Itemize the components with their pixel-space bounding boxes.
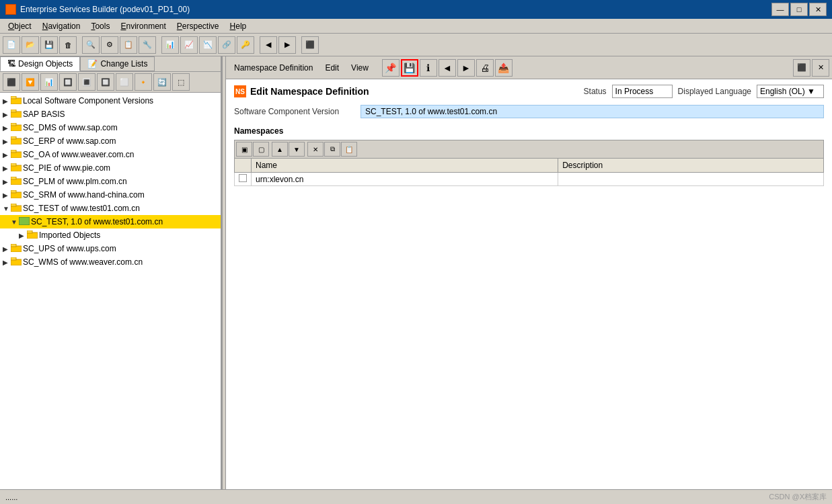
- tree-sc-test-10[interactable]: ▼ SC_TEST, 1.0 of www.test01.com.cn: [0, 215, 221, 228]
- folder-icon: [11, 136, 22, 146]
- tree-sc-pie[interactable]: ▶ SC_PIE of www.pie.com: [0, 161, 221, 175]
- ns-paste[interactable]: 📋: [341, 142, 357, 157]
- tb-btn6[interactable]: ⚙: [101, 36, 118, 54]
- tree-sc-plm[interactable]: ▶ SC_PLM of www.plm.com.cn: [0, 175, 221, 188]
- tb-btn9[interactable]: 📊: [161, 36, 179, 54]
- ns-toolbar: ▣ ▢ ▲ ▼ ✕ ⧉ 📋: [234, 140, 824, 158]
- lt-btn2[interactable]: 🔽: [22, 73, 39, 91]
- rt-expand[interactable]: ⬛: [793, 59, 810, 77]
- menu-object[interactable]: Object: [3, 20, 37, 32]
- rt-pin[interactable]: 📌: [382, 59, 400, 77]
- scv-row: Software Component Version SC_TEST, 1.0 …: [234, 105, 824, 118]
- svg-rect-9: [11, 150, 16, 153]
- tree-item-label: Imported Objects: [39, 230, 100, 240]
- pkg-icon: [19, 217, 30, 226]
- tb-back[interactable]: ◀: [260, 36, 277, 54]
- tb-new[interactable]: 📄: [3, 36, 20, 54]
- minimize-button[interactable]: —: [771, 3, 789, 16]
- content-header: NS Edit Namespace Definition Status In P…: [234, 85, 824, 98]
- tb-forward[interactable]: ▶: [278, 36, 296, 54]
- lt-btn6[interactable]: 🔲: [97, 73, 114, 91]
- rt-close-panel[interactable]: ✕: [812, 59, 829, 77]
- tree-sc-dms[interactable]: ▶ SC_DMS of www.sap.com: [0, 121, 221, 134]
- svg-rect-11: [11, 163, 16, 166]
- menu-navigation[interactable]: Navigation: [37, 20, 86, 32]
- folder-icon: [11, 123, 22, 132]
- ns-move-down[interactable]: ▼: [289, 142, 305, 157]
- rt-back[interactable]: ◄: [439, 59, 456, 77]
- folder-icon: [11, 110, 22, 119]
- tree-area[interactable]: ▶ Local Software Component Versions ▶ SA…: [0, 93, 221, 489]
- tb-btn5[interactable]: 🔍: [82, 36, 100, 54]
- rt-export[interactable]: 📤: [495, 59, 513, 77]
- close-button[interactable]: ✕: [809, 3, 827, 16]
- lt-btn1[interactable]: ⬛: [3, 73, 20, 91]
- rt-save[interactable]: 💾: [401, 59, 418, 77]
- lt-btn10[interactable]: ⬚: [172, 73, 190, 91]
- right-toolbar-right: ⬛ ✕: [793, 59, 829, 77]
- content-title: NS Edit Namespace Definition: [234, 85, 369, 97]
- main-toolbar: 📄 📂 💾 🗑 🔍 ⚙ 📋 🔧 📊 📈 📉 🔗 🔑 ◀ ▶ ⬛: [0, 34, 832, 56]
- tree-sc-srm[interactable]: ▶ SC_SRM of www.hand-china.com: [0, 188, 221, 202]
- ns-move-up[interactable]: ▲: [272, 142, 288, 157]
- tree-imported-objects[interactable]: ▶ Imported Objects: [0, 228, 221, 242]
- lt-btn5[interactable]: 🔳: [78, 73, 96, 91]
- lt-btn8[interactable]: 🔸: [135, 73, 152, 91]
- tree-sc-ups[interactable]: ▶ SC_UPS of www.ups.com: [0, 242, 221, 255]
- tb-btn8[interactable]: 🔧: [139, 36, 156, 54]
- tb-btn10[interactable]: 📈: [180, 36, 198, 54]
- tb-open[interactable]: 📂: [22, 36, 39, 54]
- ns-delete[interactable]: ✕: [307, 142, 324, 157]
- svg-rect-15: [11, 190, 16, 193]
- tree-local-software[interactable]: ▶ Local Software Component Versions: [0, 94, 221, 108]
- tb-delete[interactable]: 🗑: [59, 36, 77, 54]
- tree-item-label: SC_PLM of www.plm.com.cn: [23, 177, 127, 186]
- tab-change-lists[interactable]: 📝 Change Lists: [80, 56, 155, 71]
- scv-value: SC_TEST, 1.0 of www.test01.com.cn: [361, 105, 824, 118]
- lt-btn4[interactable]: 🔲: [59, 73, 77, 91]
- tree-sc-wms[interactable]: ▶ SC_WMS of www.weaver.com.cn: [0, 255, 221, 269]
- menu-perspective[interactable]: Perspective: [172, 20, 225, 32]
- ns-name-cell: urn:xlevon.cn: [252, 173, 558, 186]
- folder-icon: [11, 177, 22, 186]
- menu-bar: Object Navigation Tools Environment Pers…: [0, 19, 832, 34]
- tree-sap-basis[interactable]: ▶ SAP BASIS: [0, 108, 221, 121]
- menu-help[interactable]: Help: [225, 20, 252, 32]
- menu-namespace-def[interactable]: Namespace Definition: [229, 62, 318, 74]
- tree-sc-erp[interactable]: ▶ SC_ERP of www.sap.com: [0, 134, 221, 148]
- ns-select-all[interactable]: ▣: [236, 142, 252, 157]
- menu-view[interactable]: View: [346, 62, 374, 74]
- tb-btn11[interactable]: 📉: [199, 36, 217, 54]
- folder-icon: [27, 230, 38, 240]
- right-toolbar-menu: Namespace Definition Edit View 📌 💾 ℹ ◄ ►…: [229, 59, 513, 77]
- maximize-button[interactable]: □: [790, 3, 808, 16]
- folder-icon: [11, 244, 22, 253]
- tb-btn13[interactable]: 🔑: [237, 36, 254, 54]
- ns-deselect[interactable]: ▢: [253, 142, 269, 157]
- tree-item-label: SC_TEST, 1.0 of www.test01.com.cn: [31, 217, 163, 226]
- tb-btn7[interactable]: 📋: [120, 36, 137, 54]
- change-lists-label: Change Lists: [100, 59, 147, 69]
- tab-design-objects[interactable]: 🏗 Design Objects: [0, 56, 80, 71]
- tree-item-label: SC_OA of www.weaver.com.cn: [23, 150, 134, 159]
- lt-btn7[interactable]: ⬜: [116, 73, 133, 91]
- rt-print[interactable]: 🖨: [476, 59, 494, 77]
- tb-save-all[interactable]: 💾: [40, 36, 58, 54]
- rt-info[interactable]: ℹ: [420, 59, 437, 77]
- rt-forward[interactable]: ►: [457, 59, 475, 77]
- row-checkbox[interactable]: [239, 174, 247, 182]
- lang-label: Displayed Language: [678, 87, 751, 96]
- tree-sc-test[interactable]: ▼ SC_TEST of www.test01.com.cn: [0, 202, 221, 215]
- lt-btn9[interactable]: 🔄: [153, 73, 171, 91]
- namespace-def-icon: NS: [234, 85, 246, 97]
- table-row[interactable]: urn:xlevon.cn: [235, 173, 824, 186]
- lt-btn3[interactable]: 📊: [40, 73, 58, 91]
- tree-sc-oa[interactable]: ▶ SC_OA of www.weaver.com.cn: [0, 148, 221, 161]
- menu-tools[interactable]: Tools: [85, 20, 115, 32]
- svg-text:NS: NS: [235, 88, 245, 95]
- menu-environment[interactable]: Environment: [115, 20, 171, 32]
- tb-btn16[interactable]: ⬛: [301, 36, 319, 54]
- tb-btn12[interactable]: 🔗: [218, 36, 235, 54]
- menu-edit[interactable]: Edit: [319, 62, 344, 74]
- ns-copy[interactable]: ⧉: [324, 142, 340, 157]
